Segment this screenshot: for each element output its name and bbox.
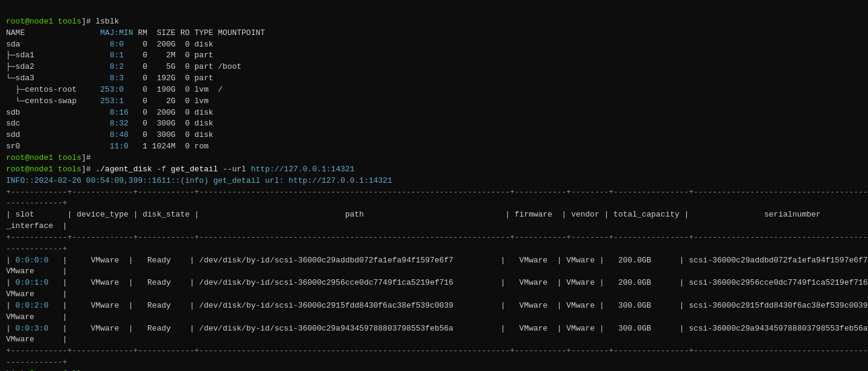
info-line: INFO::2024-02-26 00:54:09,399::1611::(in… [6,176,392,185]
tbl-header: | slot | device_type | disk_state | path… [6,210,868,219]
lsblk-sdb: sdb 8:16 0 200G 0 disk [6,108,218,117]
tbl-border-mid1: +------------+-------------+------------… [6,233,868,242]
tbl-row3-line1: | 0:0:2:0 | VMware | Ready | /dev/disk/b… [6,301,868,310]
lsblk-sda1: ├─sda1 8:1 0 2M 0 part [6,51,218,60]
tbl-row4-line1: | 0:0:3:0 | VMware | Ready | /dev/disk/b… [6,324,868,333]
tbl-border-top2: ------------+ [6,198,67,208]
prompt-2: root@node1 tools]# [6,153,95,162]
tbl-row1-line1: | 0:0:0:0 | VMware | Ready | /dev/disk/b… [6,256,868,265]
tbl-row1-line2: VMware | [6,267,67,276]
lsblk-sdc: sdc 8:32 0 300G 0 disk [6,119,218,128]
lsblk-centos-swap: └─centos-swap 253:1 0 2G 0 lvm [6,97,218,106]
tbl-border-bot1: +------------+-------------+------------… [6,346,868,355]
tbl-border-mid2: ------------+ [6,244,67,253]
tbl-row2-line2: VMware | [6,290,67,299]
tbl-border-top1: +------------+-------------+------------… [6,188,868,197]
tbl-row2-line1: | 0:0:1:0 | VMware | Ready | /dev/disk/b… [6,278,868,287]
tbl-row4-line2: VMware | [6,335,67,344]
lsblk-centos-root: ├─centos-root 253:0 0 190G 0 lvm / [6,85,223,94]
lsblk-sda2: ├─sda2 8:2 0 5G 0 part /boot [6,62,241,71]
tbl-header2: _interface | [6,221,67,230]
tbl-border-bot2: ------------+ [6,358,67,367]
lsblk-sda3: └─sda3 8:3 0 192G 0 part [6,74,218,83]
lsblk-sda: sda 8:0 0 200G 0 disk [6,40,218,49]
prompt-1: root@node1 tools]# lsblk [6,17,119,26]
lsblk-header: NAME MAJ:MIN RM SIZE RO TYPE MOUNTPOINT [6,28,265,37]
lsblk-sr0: sr0 11:0 1 1024M 0 rom [6,142,218,151]
terminal-output: root@node1 tools]# lsblk NAME MAJ:MIN RM… [0,0,868,371]
lsblk-sdd: sdd 8:48 0 300G 0 disk [6,130,218,139]
tbl-row3-line2: VMware | [6,312,67,322]
prompt-3: root@node1 tools]# ./agent_disk -f get_d… [6,165,354,174]
